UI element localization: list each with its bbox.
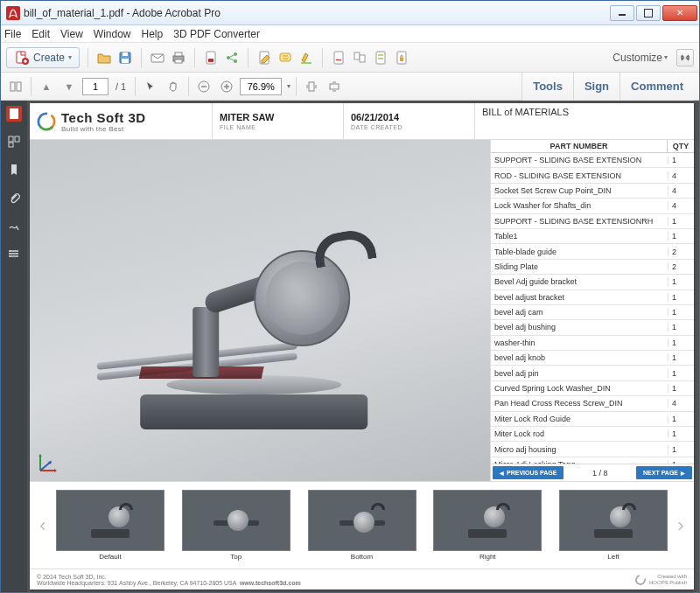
bom-header: PART NUMBER QTY <box>491 140 694 153</box>
miter-saw-3d-model <box>105 185 402 447</box>
bom-qty: 1 <box>668 232 694 241</box>
note-icon[interactable] <box>277 50 293 66</box>
zoom-input[interactable] <box>240 78 282 95</box>
thumb-prev-button[interactable]: ‹ <box>35 495 51 556</box>
share-icon[interactable] <box>224 50 240 66</box>
hand-tool[interactable] <box>164 77 183 96</box>
bookmarks-panel-icon[interactable] <box>6 162 22 178</box>
window-maximize-button[interactable] <box>636 5 661 21</box>
attachments-panel-icon[interactable] <box>6 190 22 206</box>
fit-page-button[interactable] <box>302 77 321 96</box>
thumb-right[interactable]: Right <box>433 490 542 561</box>
organize-icon[interactable] <box>352 50 368 66</box>
bom-part-name: bevel adj pin <box>491 369 668 378</box>
bom-row[interactable]: bevel adj cam1 <box>491 305 694 320</box>
protect-icon[interactable] <box>394 50 410 66</box>
layers-panel-icon[interactable] <box>6 246 22 262</box>
bom-row[interactable]: Miter Lock rod1 <box>491 427 694 442</box>
bom-row[interactable]: SUPPORT - SLIDING BASE EXTENSION1 <box>491 153 694 168</box>
bom-part-name: bevel adj cam <box>491 308 668 317</box>
print-icon[interactable] <box>171 50 186 66</box>
bom-row[interactable]: Table11 <box>491 229 694 244</box>
zoom-in-button[interactable] <box>217 77 236 96</box>
window-close-button[interactable] <box>662 5 697 21</box>
bom-title: BILL of MATERIALS <box>474 103 694 139</box>
thumb-next-button[interactable]: › <box>673 495 689 556</box>
svg-rect-30 <box>309 82 314 91</box>
reading-mode-button[interactable] <box>676 49 694 66</box>
sign-panel-button[interactable]: Sign <box>573 73 620 101</box>
bom-previous-page-button[interactable]: PREVIOUS PAGE <box>493 466 564 479</box>
window-minimize-button[interactable] <box>610 5 634 21</box>
attach-email-icon[interactable] <box>150 50 165 66</box>
bom-qty: 4 <box>668 186 694 195</box>
save-icon[interactable] <box>117 50 133 66</box>
create-button[interactable]: Create ▾ <box>6 47 80 68</box>
thumb-image <box>182 490 290 551</box>
pages-panel-icon[interactable] <box>6 134 22 150</box>
thumb-left[interactable]: Left <box>559 490 668 561</box>
bom-row[interactable]: SUPPORT - SLIDING BASE EXTENSIONRH1 <box>491 214 694 229</box>
open-icon[interactable] <box>96 50 112 66</box>
bom-part-name: ROD - SLIDING BASE EXTENSION <box>491 171 668 180</box>
bom-row[interactable]: Micro adj housing1 <box>491 442 694 457</box>
bom-next-page-button[interactable]: NEXT PAGE <box>636 466 692 479</box>
bom-row[interactable]: bevel adj bushing1 <box>491 320 694 335</box>
thumb-top[interactable]: Top <box>182 490 290 561</box>
page-number-input[interactable] <box>82 78 108 95</box>
primary-toolbar: Create ▾ Customize <box>1 43 699 73</box>
menu-help[interactable]: Help <box>142 28 164 40</box>
thumb-bottom[interactable]: Bottom <box>308 490 416 561</box>
page-thumbnails-toggle[interactable] <box>6 77 25 96</box>
bom-row[interactable]: Miter Lock Rod Guide1 <box>491 412 694 427</box>
svg-rect-16 <box>280 53 290 61</box>
signatures-panel-icon[interactable] <box>6 218 22 234</box>
bom-row[interactable]: Lock Washer for Shafts_din4 <box>491 199 694 213</box>
svg-rect-22 <box>378 54 383 56</box>
bom-row[interactable]: Micro Adj Locking Tang1 <box>491 457 694 464</box>
bom-row[interactable]: bevel adjust bracket1 <box>491 290 694 305</box>
menu-window[interactable]: Window <box>94 28 131 40</box>
bom-part-name: SUPPORT - SLIDING BASE EXTENSION <box>491 156 668 164</box>
left-side-panel <box>1 101 27 592</box>
thumb-default[interactable]: Default <box>56 490 164 561</box>
bom-row[interactable]: washer-thin1 <box>491 336 694 351</box>
bom-row[interactable]: Bevel Adj guide bracket1 <box>491 275 694 290</box>
sign-page-icon[interactable] <box>331 50 346 66</box>
bom-row[interactable]: ROD - SLIDING BASE EXTENSION4 <box>491 168 694 183</box>
bom-part-name: Miter Lock rod <box>491 429 668 438</box>
bom-page-indicator: 1 / 8 <box>592 469 608 478</box>
pdf-page-icon[interactable] <box>203 50 219 66</box>
3d-viewer[interactable] <box>30 140 491 481</box>
thumb-label: Right <box>480 553 496 561</box>
tools-panel-button[interactable]: Tools <box>522 73 573 101</box>
company-logo: Tech Soft 3D Build with the Best <box>30 103 212 139</box>
menu-view[interactable]: View <box>60 28 83 40</box>
bom-row[interactable]: Socket Set Screw Cup Point_DIN4 <box>491 184 694 199</box>
prev-page-button[interactable]: ▲ <box>37 77 56 96</box>
edit-page-icon[interactable] <box>256 50 272 66</box>
svg-rect-0 <box>6 6 20 20</box>
next-page-button[interactable]: ▼ <box>60 77 79 96</box>
select-tool[interactable] <box>141 77 160 96</box>
bom-row[interactable]: bevel adj knob1 <box>491 351 694 366</box>
bom-qty: 4 <box>668 399 694 408</box>
zoom-out-button[interactable] <box>194 77 214 96</box>
footer-site: www.techsoft3d.com <box>240 580 301 586</box>
menu-file[interactable]: File <box>4 28 21 40</box>
comment-panel-button[interactable]: Comment <box>620 73 694 101</box>
bom-qty: 1 <box>668 277 694 286</box>
thumbnails-panel-icon[interactable] <box>6 106 22 122</box>
menu-edit[interactable]: Edit <box>32 28 50 40</box>
bom-part-name: washer-thin <box>491 338 668 347</box>
form-icon[interactable] <box>373 50 388 66</box>
menu-3d-pdf-converter[interactable]: 3D PDF Converter <box>173 28 260 40</box>
highlight-icon[interactable] <box>298 50 314 66</box>
bom-row[interactable]: Sliding Plate2 <box>491 260 694 275</box>
customize-button[interactable]: Customize <box>609 52 671 64</box>
fit-width-button[interactable] <box>325 77 344 96</box>
bom-row[interactable]: bevel adj pin1 <box>491 366 694 380</box>
bom-row[interactable]: Curved Spring Lock Washer_DIN1 <box>491 381 694 396</box>
bom-row[interactable]: Pan Head Cross Recess Screw_DIN4 <box>491 396 694 411</box>
bom-row[interactable]: Table-blade guide2 <box>491 244 694 259</box>
